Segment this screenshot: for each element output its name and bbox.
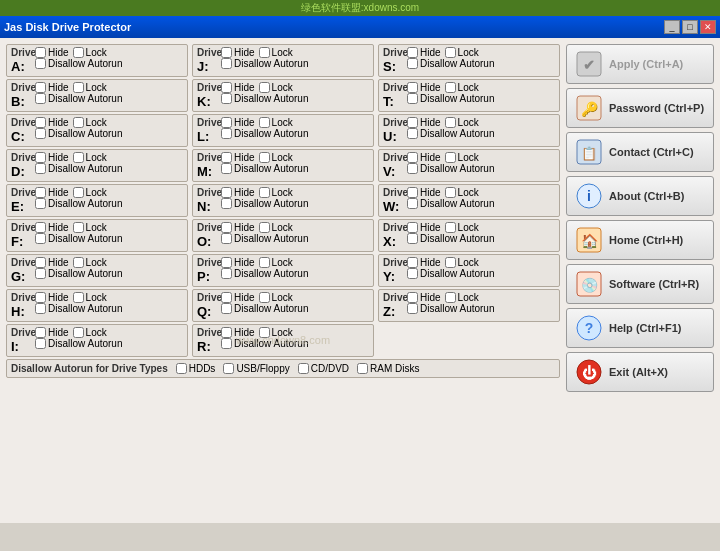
disallow-autorun-checkbox-I[interactable] (35, 338, 46, 349)
hide-checkbox-R[interactable] (221, 327, 232, 338)
lock-checkbox-X[interactable] (445, 222, 456, 233)
disallow-autorun-checkbox-V[interactable] (407, 163, 418, 174)
hide-check-I[interactable]: Hide (35, 327, 69, 338)
disallow-autorun-check-T[interactable]: Disallow Autorun (407, 93, 494, 104)
disallow-autorun-check-N[interactable]: Disallow Autorun (221, 198, 308, 209)
lock-check-O[interactable]: Lock (259, 222, 293, 233)
lock-checkbox-W[interactable] (445, 187, 456, 198)
hide-checkbox-X[interactable] (407, 222, 418, 233)
exit-button[interactable]: ⏻ Exit (Alt+X) (566, 352, 714, 392)
lock-check-Y[interactable]: Lock (445, 257, 479, 268)
hide-checkbox-H[interactable] (35, 292, 46, 303)
lock-checkbox-B[interactable] (73, 82, 84, 93)
hide-checkbox-L[interactable] (221, 117, 232, 128)
disallow-autorun-check-C[interactable]: Disallow Autorun (35, 128, 122, 139)
password-button[interactable]: 🔑 Password (Ctrl+P) (566, 88, 714, 128)
about-button[interactable]: i About (Ctrl+B) (566, 176, 714, 216)
lock-check-A[interactable]: Lock (73, 47, 107, 58)
lock-checkbox-K[interactable] (259, 82, 270, 93)
disallow-autorun-check-V[interactable]: Disallow Autorun (407, 163, 494, 174)
hide-check-E[interactable]: Hide (35, 187, 69, 198)
lock-check-L[interactable]: Lock (259, 117, 293, 128)
contact-button[interactable]: 📋 Contact (Ctrl+C) (566, 132, 714, 172)
disallow-autorun-checkbox-T[interactable] (407, 93, 418, 104)
hide-checkbox-O[interactable] (221, 222, 232, 233)
disallow-autorun-checkbox-M[interactable] (221, 163, 232, 174)
lock-checkbox-S[interactable] (445, 47, 456, 58)
disallow-autorun-checkbox-B[interactable] (35, 93, 46, 104)
lock-checkbox-Y[interactable] (445, 257, 456, 268)
disallow-autorun-checkbox-S[interactable] (407, 58, 418, 69)
lock-checkbox-N[interactable] (259, 187, 270, 198)
disallow-autorun-check-F[interactable]: Disallow Autorun (35, 233, 122, 244)
hide-checkbox-U[interactable] (407, 117, 418, 128)
help-button[interactable]: ? Help (Ctrl+F1) (566, 308, 714, 348)
disallow-autorun-check-Q[interactable]: Disallow Autorun (221, 303, 308, 314)
hide-checkbox-A[interactable] (35, 47, 46, 58)
lock-check-G[interactable]: Lock (73, 257, 107, 268)
lock-check-J[interactable]: Lock (259, 47, 293, 58)
hide-check-M[interactable]: Hide (221, 152, 255, 163)
disallow-autorun-checkbox-G[interactable] (35, 268, 46, 279)
autorun-type-cd-dvd[interactable]: CD/DVD (298, 363, 349, 374)
disallow-autorun-checkbox-O[interactable] (221, 233, 232, 244)
hide-check-Q[interactable]: Hide (221, 292, 255, 303)
lock-check-Q[interactable]: Lock (259, 292, 293, 303)
disallow-autorun-checkbox-P[interactable] (221, 268, 232, 279)
lock-checkbox-R[interactable] (259, 327, 270, 338)
lock-checkbox-Q[interactable] (259, 292, 270, 303)
hide-checkbox-P[interactable] (221, 257, 232, 268)
disallow-autorun-checkbox-L[interactable] (221, 128, 232, 139)
lock-checkbox-F[interactable] (73, 222, 84, 233)
lock-checkbox-J[interactable] (259, 47, 270, 58)
minimize-button[interactable]: _ (664, 20, 680, 34)
hide-check-Y[interactable]: Hide (407, 257, 441, 268)
hide-checkbox-W[interactable] (407, 187, 418, 198)
hide-check-J[interactable]: Hide (221, 47, 255, 58)
disallow-autorun-checkbox-Q[interactable] (221, 303, 232, 314)
lock-check-W[interactable]: Lock (445, 187, 479, 198)
lock-checkbox-T[interactable] (445, 82, 456, 93)
lock-checkbox-E[interactable] (73, 187, 84, 198)
lock-check-S[interactable]: Lock (445, 47, 479, 58)
lock-checkbox-P[interactable] (259, 257, 270, 268)
lock-check-I[interactable]: Lock (73, 327, 107, 338)
hide-checkbox-K[interactable] (221, 82, 232, 93)
lock-checkbox-D[interactable] (73, 152, 84, 163)
disallow-autorun-check-P[interactable]: Disallow Autorun (221, 268, 308, 279)
lock-check-V[interactable]: Lock (445, 152, 479, 163)
disallow-autorun-checkbox-E[interactable] (35, 198, 46, 209)
hide-check-T[interactable]: Hide (407, 82, 441, 93)
disallow-autorun-check-A[interactable]: Disallow Autorun (35, 58, 122, 69)
disallow-autorun-check-R[interactable]: Disallow Autorun (221, 338, 308, 349)
hide-checkbox-Y[interactable] (407, 257, 418, 268)
hide-check-Z[interactable]: Hide (407, 292, 441, 303)
lock-checkbox-H[interactable] (73, 292, 84, 303)
hide-checkbox-T[interactable] (407, 82, 418, 93)
hide-checkbox-V[interactable] (407, 152, 418, 163)
lock-check-P[interactable]: Lock (259, 257, 293, 268)
disallow-autorun-checkbox-H[interactable] (35, 303, 46, 314)
disallow-autorun-check-W[interactable]: Disallow Autorun (407, 198, 494, 209)
lock-check-F[interactable]: Lock (73, 222, 107, 233)
hide-checkbox-M[interactable] (221, 152, 232, 163)
lock-check-C[interactable]: Lock (73, 117, 107, 128)
disallow-autorun-checkbox-J[interactable] (221, 58, 232, 69)
autorun-type-ram disks[interactable]: RAM Disks (357, 363, 419, 374)
lock-checkbox-C[interactable] (73, 117, 84, 128)
hide-check-D[interactable]: Hide (35, 152, 69, 163)
lock-check-H[interactable]: Lock (73, 292, 107, 303)
maximize-button[interactable]: □ (682, 20, 698, 34)
hide-check-S[interactable]: Hide (407, 47, 441, 58)
hide-check-R[interactable]: Hide (221, 327, 255, 338)
lock-check-E[interactable]: Lock (73, 187, 107, 198)
disallow-autorun-checkbox-K[interactable] (221, 93, 232, 104)
hide-checkbox-G[interactable] (35, 257, 46, 268)
hide-check-W[interactable]: Hide (407, 187, 441, 198)
lock-check-R[interactable]: Lock (259, 327, 293, 338)
disallow-autorun-checkbox-X[interactable] (407, 233, 418, 244)
disallow-autorun-check-D[interactable]: Disallow Autorun (35, 163, 122, 174)
hide-check-X[interactable]: Hide (407, 222, 441, 233)
disallow-autorun-checkbox-N[interactable] (221, 198, 232, 209)
disallow-autorun-check-H[interactable]: Disallow Autorun (35, 303, 122, 314)
